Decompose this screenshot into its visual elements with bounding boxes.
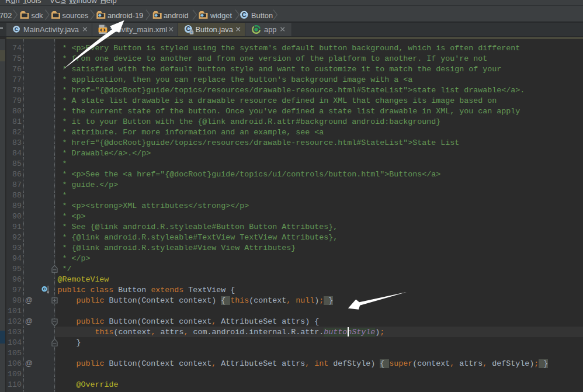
svg-text:C: C [15, 26, 19, 32]
svg-text:C: C [242, 11, 247, 18]
